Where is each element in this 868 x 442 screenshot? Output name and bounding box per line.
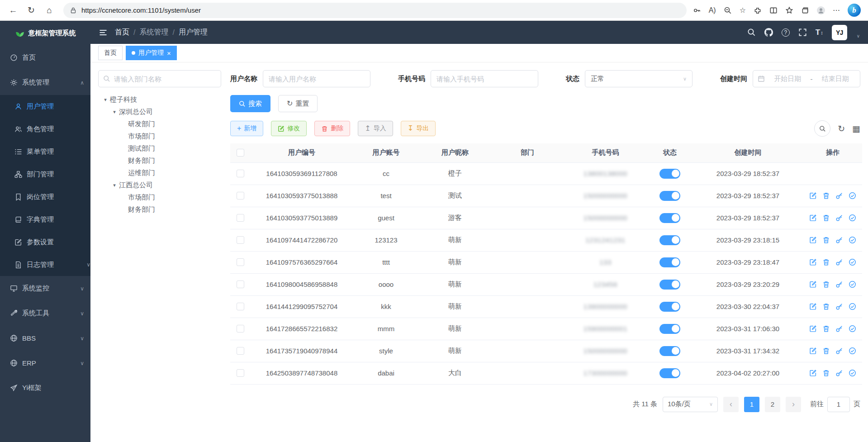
row-checkbox[interactable]	[237, 347, 244, 355]
reset-password-icon[interactable]	[835, 192, 843, 200]
sidebar-item-dept-management[interactable]: 部门管理	[0, 163, 90, 185]
delete-icon[interactable]	[822, 214, 830, 222]
github-icon[interactable]	[764, 28, 773, 37]
sidebar-item-post-management[interactable]: 岗位管理	[0, 185, 90, 208]
zoom-icon[interactable]	[724, 6, 732, 14]
assign-role-icon[interactable]	[849, 236, 856, 244]
delete-icon[interactable]	[822, 303, 830, 310]
sidebar-item-role-management[interactable]: 角色管理	[0, 118, 90, 140]
prev-page-button[interactable]: ‹	[723, 397, 739, 412]
reset-password-icon[interactable]	[835, 280, 843, 288]
reset-button[interactable]: ↻ 重置	[278, 95, 318, 112]
sidebar-item-system[interactable]: 系统管理 ∧	[0, 70, 90, 95]
assign-role-icon[interactable]	[849, 280, 856, 288]
assign-role-icon[interactable]	[849, 214, 856, 222]
sidebar-item-config[interactable]: 参数设置	[0, 231, 90, 253]
row-checkbox[interactable]	[237, 280, 244, 288]
edit-icon[interactable]	[809, 347, 817, 355]
split-screen-icon[interactable]	[769, 6, 778, 14]
next-page-button[interactable]: ›	[786, 397, 801, 412]
sidebar-item-menu-management[interactable]: 菜单管理	[0, 140, 90, 163]
add-button[interactable]: + 新增	[230, 121, 263, 136]
breadcrumb-system[interactable]: 系统管理	[139, 28, 168, 37]
sidebar-item-erp[interactable]: ERP ∨	[0, 351, 90, 375]
row-checkbox[interactable]	[237, 325, 244, 333]
row-checkbox[interactable]	[237, 258, 244, 266]
tree-caret-icon[interactable]: ▾	[110, 109, 119, 115]
extensions-icon[interactable]	[754, 6, 762, 14]
row-checkbox[interactable]	[237, 214, 244, 222]
tree-node[interactable]: 财务部门	[98, 155, 221, 167]
tree-node[interactable]: 研发部门	[98, 118, 221, 130]
select-all-checkbox[interactable]	[237, 149, 244, 157]
reset-password-icon[interactable]	[835, 325, 843, 333]
row-checkbox[interactable]	[237, 192, 244, 200]
status-toggle[interactable]	[659, 324, 680, 334]
tree-caret-icon[interactable]: ▾	[110, 182, 119, 188]
close-tab-icon[interactable]: ×	[167, 50, 171, 57]
row-checkbox[interactable]	[237, 236, 244, 244]
reset-password-icon[interactable]	[835, 369, 843, 377]
date-range-picker[interactable]: 开始日期 - 结束日期	[753, 70, 860, 87]
reset-password-icon[interactable]	[835, 214, 843, 222]
assign-role-icon[interactable]	[849, 347, 856, 355]
delete-icon[interactable]	[822, 258, 830, 266]
status-toggle[interactable]	[659, 368, 680, 378]
tab-user-management[interactable]: 用户管理 ×	[126, 46, 177, 60]
row-checkbox[interactable]	[237, 170, 244, 177]
user-avatar[interactable]: YJ	[832, 25, 847, 40]
edit-icon[interactable]	[809, 280, 817, 288]
sidebar-item-monitor[interactable]: 系统监控 ∨	[0, 276, 90, 301]
browser-menu-icon[interactable]: ⋯	[833, 6, 840, 14]
saved-password-key-icon[interactable]	[693, 6, 701, 14]
username-input[interactable]	[263, 70, 370, 87]
assign-role-icon[interactable]	[849, 303, 856, 310]
status-toggle[interactable]	[659, 280, 680, 290]
edit-icon[interactable]	[809, 214, 817, 222]
dept-search-input[interactable]	[98, 70, 221, 87]
edit-icon[interactable]	[809, 369, 817, 377]
header-search-icon[interactable]	[747, 28, 756, 37]
help-icon[interactable]: ?	[782, 29, 790, 37]
sidebar-item-tools[interactable]: 系统工具 ∨	[0, 301, 90, 326]
refresh-icon[interactable]: ↻	[24, 3, 39, 18]
status-select[interactable]: 正常 ∨	[585, 70, 693, 87]
collections-icon[interactable]	[801, 6, 809, 14]
edit-icon[interactable]	[809, 192, 817, 200]
row-checkbox[interactable]	[237, 303, 244, 310]
page-2-button[interactable]: 2	[765, 397, 780, 412]
profile-avatar[interactable]	[817, 6, 825, 14]
reset-password-icon[interactable]	[835, 347, 843, 355]
sidebar-item-bbs[interactable]: BBS ∨	[0, 326, 90, 351]
status-toggle[interactable]	[659, 169, 680, 179]
status-toggle[interactable]	[659, 302, 680, 312]
delete-icon[interactable]	[822, 280, 830, 288]
delete-button[interactable]: 删除	[314, 121, 350, 136]
edit-button[interactable]: 修改	[271, 121, 307, 136]
sidebar-item-home[interactable]: 首页	[0, 45, 90, 70]
assign-role-icon[interactable]	[849, 258, 856, 266]
delete-icon[interactable]	[822, 236, 830, 244]
tree-node[interactable]: 市场部门	[98, 130, 221, 143]
assign-role-icon[interactable]	[849, 192, 856, 200]
tree-node[interactable]: ▾ 橙子科技	[98, 94, 221, 106]
status-toggle[interactable]	[659, 213, 680, 223]
edit-icon[interactable]	[809, 258, 817, 266]
edit-icon[interactable]	[809, 303, 817, 310]
delete-icon[interactable]	[822, 325, 830, 333]
export-button[interactable]: ↧ 导出	[401, 121, 436, 136]
tab-home[interactable]: 首页	[98, 46, 123, 60]
font-size-icon[interactable]: T↕	[816, 28, 823, 37]
assign-role-icon[interactable]	[849, 325, 856, 333]
row-checkbox[interactable]	[237, 369, 244, 377]
phone-input[interactable]	[431, 70, 538, 87]
tree-node[interactable]: ▾ 江西总公司	[98, 179, 221, 191]
delete-icon[interactable]	[822, 347, 830, 355]
address-bar[interactable]: https://ccnetcore.com:1101/system/user	[63, 3, 687, 18]
reset-password-icon[interactable]	[835, 258, 843, 266]
page-1-button[interactable]: 1	[744, 397, 759, 412]
tree-node[interactable]: 市场部门	[98, 191, 221, 204]
search-button[interactable]: 搜索	[230, 95, 270, 112]
tree-node[interactable]: 测试部门	[98, 143, 221, 155]
sidebar-item-user-management[interactable]: 用户管理	[0, 95, 90, 118]
